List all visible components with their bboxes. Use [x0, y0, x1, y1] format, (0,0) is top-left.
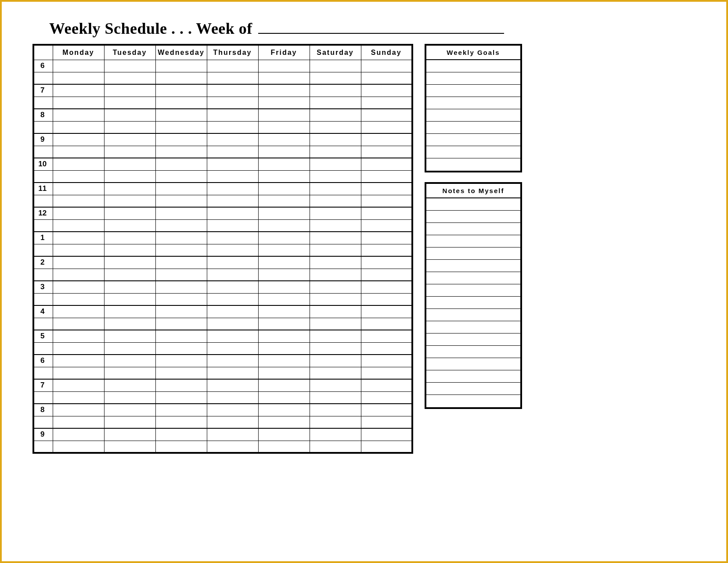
schedule-cell[interactable] [361, 318, 412, 330]
schedule-cell[interactable] [155, 281, 207, 293]
schedule-cell[interactable] [155, 60, 207, 72]
schedule-cell[interactable] [104, 60, 155, 72]
schedule-cell[interactable] [361, 84, 412, 97]
blank-line[interactable] [426, 85, 520, 97]
schedule-cell[interactable] [155, 219, 207, 232]
schedule-cell[interactable] [53, 416, 104, 428]
schedule-cell[interactable] [155, 72, 207, 84]
schedule-cell[interactable] [207, 60, 258, 72]
schedule-cell[interactable] [207, 158, 258, 170]
schedule-cell[interactable] [361, 367, 412, 379]
schedule-cell[interactable] [53, 72, 104, 84]
blank-line[interactable] [426, 146, 520, 158]
schedule-cell[interactable] [155, 342, 207, 355]
schedule-cell[interactable] [361, 404, 412, 416]
blank-line[interactable] [426, 97, 520, 109]
schedule-cell[interactable] [207, 379, 258, 391]
blank-line[interactable] [426, 158, 520, 171]
schedule-cell[interactable] [258, 219, 310, 232]
schedule-cell[interactable] [258, 428, 310, 441]
schedule-cell[interactable] [258, 146, 310, 158]
schedule-cell[interactable] [155, 133, 207, 146]
schedule-cell[interactable] [258, 293, 310, 305]
schedule-cell[interactable] [104, 318, 155, 330]
schedule-cell[interactable] [310, 97, 361, 109]
schedule-cell[interactable] [361, 109, 412, 121]
schedule-cell[interactable] [155, 428, 207, 441]
schedule-cell[interactable] [207, 170, 258, 183]
schedule-cell[interactable] [207, 428, 258, 441]
schedule-cell[interactable] [53, 207, 104, 219]
week-of-blank[interactable] [258, 22, 504, 34]
schedule-cell[interactable] [104, 97, 155, 109]
schedule-cell[interactable] [310, 72, 361, 84]
schedule-cell[interactable] [207, 391, 258, 404]
schedule-cell[interactable] [310, 244, 361, 256]
schedule-cell[interactable] [104, 379, 155, 391]
schedule-cell[interactable] [53, 133, 104, 146]
schedule-cell[interactable] [207, 256, 258, 269]
schedule-cell[interactable] [310, 305, 361, 318]
schedule-cell[interactable] [207, 84, 258, 97]
schedule-cell[interactable] [207, 97, 258, 109]
schedule-cell[interactable] [53, 367, 104, 379]
schedule-cell[interactable] [53, 183, 104, 195]
schedule-cell[interactable] [361, 293, 412, 305]
schedule-cell[interactable] [104, 293, 155, 305]
schedule-cell[interactable] [310, 428, 361, 441]
schedule-cell[interactable] [104, 219, 155, 232]
schedule-cell[interactable] [207, 404, 258, 416]
schedule-cell[interactable] [361, 355, 412, 367]
schedule-cell[interactable] [53, 109, 104, 121]
schedule-cell[interactable] [258, 256, 310, 269]
schedule-cell[interactable] [207, 183, 258, 195]
schedule-cell[interactable] [361, 97, 412, 109]
schedule-cell[interactable] [104, 121, 155, 133]
schedule-cell[interactable] [155, 367, 207, 379]
schedule-cell[interactable] [155, 330, 207, 342]
blank-line[interactable] [426, 370, 520, 383]
schedule-cell[interactable] [207, 109, 258, 121]
schedule-cell[interactable] [361, 219, 412, 232]
schedule-cell[interactable] [361, 416, 412, 428]
schedule-cell[interactable] [53, 330, 104, 342]
blank-line[interactable] [426, 272, 520, 284]
schedule-cell[interactable] [104, 72, 155, 84]
schedule-cell[interactable] [207, 342, 258, 355]
schedule-cell[interactable] [258, 355, 310, 367]
schedule-cell[interactable] [155, 121, 207, 133]
schedule-cell[interactable] [258, 109, 310, 121]
schedule-cell[interactable] [258, 416, 310, 428]
blank-line[interactable] [426, 60, 520, 72]
schedule-cell[interactable] [258, 72, 310, 84]
schedule-cell[interactable] [310, 416, 361, 428]
schedule-cell[interactable] [207, 219, 258, 232]
schedule-cell[interactable] [258, 158, 310, 170]
schedule-cell[interactable] [258, 318, 310, 330]
blank-line[interactable] [426, 395, 520, 407]
schedule-cell[interactable] [207, 121, 258, 133]
schedule-cell[interactable] [310, 109, 361, 121]
schedule-cell[interactable] [53, 342, 104, 355]
schedule-cell[interactable] [258, 183, 310, 195]
schedule-cell[interactable] [53, 281, 104, 293]
schedule-cell[interactable] [104, 428, 155, 441]
schedule-cell[interactable] [155, 305, 207, 318]
schedule-cell[interactable] [155, 404, 207, 416]
schedule-cell[interactable] [310, 330, 361, 342]
schedule-cell[interactable] [310, 391, 361, 404]
blank-line[interactable] [426, 284, 520, 297]
schedule-cell[interactable] [104, 330, 155, 342]
blank-line[interactable] [426, 358, 520, 370]
schedule-cell[interactable] [207, 416, 258, 428]
schedule-cell[interactable] [104, 355, 155, 367]
blank-line[interactable] [426, 321, 520, 333]
blank-line[interactable] [426, 198, 520, 211]
schedule-cell[interactable] [258, 97, 310, 109]
schedule-cell[interactable] [53, 355, 104, 367]
schedule-cell[interactable] [258, 207, 310, 219]
schedule-cell[interactable] [53, 244, 104, 256]
schedule-cell[interactable] [207, 441, 258, 453]
schedule-cell[interactable] [310, 133, 361, 146]
blank-line[interactable] [426, 309, 520, 321]
